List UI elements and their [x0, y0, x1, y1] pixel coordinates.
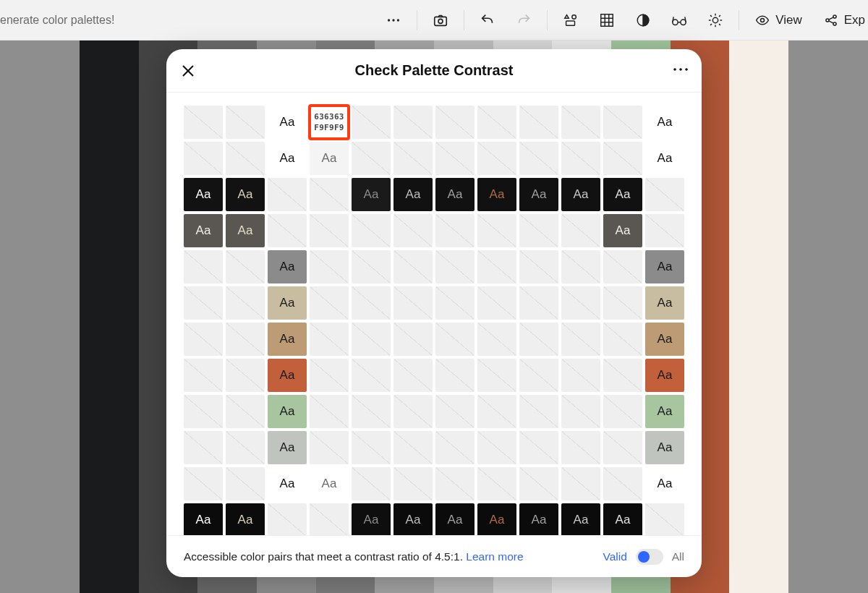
contrast-cell: [310, 250, 349, 283]
contrast-cell[interactable]: Aa: [645, 431, 684, 464]
contrast-cell[interactable]: Aa: [477, 178, 516, 211]
contrast-modal: Check Palette Contrast Aa636363F9F9F9AaA…: [166, 49, 702, 577]
contrast-cell: [435, 395, 475, 428]
contrast-cell[interactable]: Aa: [603, 503, 642, 535]
contrast-cell[interactable]: Aa: [561, 178, 600, 211]
contrast-cell: [561, 214, 600, 247]
contrast-cell[interactable]: Aa: [645, 286, 684, 320]
contrast-cell[interactable]: Aa: [477, 503, 516, 535]
contrast-cell[interactable]: Aa: [310, 142, 349, 175]
contrast-cell[interactable]: Aa: [268, 467, 307, 500]
contrast-cell[interactable]: Aa: [645, 250, 684, 283]
contrast-cell: [352, 467, 391, 500]
contrast-cell[interactable]: Aa: [645, 323, 684, 356]
svg-rect-7: [601, 14, 613, 26]
contrast-sample-text: Aa: [238, 187, 253, 202]
share-icon: [824, 13, 838, 27]
contrast-sample-text: Aa: [406, 187, 421, 202]
contrast-cell[interactable]: Aa: [645, 467, 684, 500]
contrast-cell[interactable]: Aa: [268, 106, 307, 139]
palette-stripe[interactable]: [729, 40, 788, 593]
all-filter-label[interactable]: All: [672, 550, 684, 563]
undo-icon[interactable]: [472, 4, 503, 36]
contrast-sample-text: Aa: [532, 513, 547, 527]
contrast-cell[interactable]: Aa: [226, 214, 265, 247]
contrast-cell[interactable]: Aa: [226, 503, 265, 535]
contrast-cell: [603, 431, 642, 464]
contrast-cell: [477, 323, 516, 356]
svg-point-17: [679, 68, 682, 71]
contrast-cell[interactable]: Aa: [268, 286, 307, 320]
svg-point-1: [393, 19, 395, 21]
contrast-cell[interactable]: Aa: [435, 178, 475, 211]
learn-more-link[interactable]: Learn more: [466, 550, 523, 563]
contrast-sample-text: Aa: [616, 513, 631, 527]
contrast-cell: [352, 323, 391, 356]
more-icon[interactable]: [378, 4, 409, 36]
contrast-cell[interactable]: Aa: [268, 142, 307, 175]
contrast-sample-text: Aa: [280, 296, 295, 310]
contrast-cell[interactable]: Aa: [184, 503, 223, 535]
contrast-cell[interactable]: Aa: [393, 178, 433, 211]
view-label: View: [775, 13, 802, 27]
camera-icon[interactable]: [425, 4, 456, 36]
contrast-cell: [561, 286, 600, 320]
contrast-cell[interactable]: Aa: [603, 178, 642, 211]
modal-footer: Accessible color pairs that meet a contr…: [166, 535, 702, 577]
contrast-cell: [310, 214, 349, 247]
svg-point-12: [761, 18, 765, 22]
contrast-cell[interactable]: Aa: [310, 467, 349, 500]
contrast-cell[interactable]: Aa: [268, 431, 307, 464]
contrast-cell[interactable]: Aa: [519, 178, 558, 211]
contrast-cell: [226, 431, 265, 464]
contrast-sample-text: Aa: [280, 368, 295, 383]
export-button[interactable]: Exp: [815, 4, 865, 36]
contrast-cell[interactable]: Aa: [352, 178, 391, 211]
contrast-cell: [310, 359, 349, 392]
modal-more-icon[interactable]: [673, 67, 689, 72]
contrast-cell[interactable]: Aa: [645, 142, 684, 175]
toolbar-divider: [547, 10, 548, 30]
contrast-cell[interactable]: Aa: [226, 178, 265, 211]
palette-stripe[interactable]: [80, 40, 139, 593]
contrast-cell[interactable]: Aa: [184, 214, 223, 247]
contrast-cell: [561, 250, 600, 283]
contrast-cell[interactable]: Aa: [268, 323, 307, 356]
close-icon[interactable]: [179, 62, 197, 80]
contrast-cell[interactable]: Aa: [393, 503, 433, 535]
svg-point-4: [438, 19, 443, 23]
svg-point-5: [572, 14, 576, 19]
contrast-cell: [561, 359, 600, 392]
contrast-cell[interactable]: Aa: [268, 250, 307, 283]
contrast-sample-text: Aa: [658, 332, 673, 346]
footer-controls: Valid All: [603, 549, 684, 565]
contrast-sample-text: Aa: [364, 187, 379, 202]
contrast-cell[interactable]: Aa: [352, 503, 391, 535]
contrast-cell[interactable]: Aa: [645, 106, 684, 139]
contrast-cell[interactable]: Aa: [603, 214, 642, 247]
shapes-icon[interactable]: [555, 4, 587, 36]
glasses-icon[interactable]: [663, 4, 695, 36]
contrast-cell[interactable]: Aa: [519, 503, 558, 535]
valid-all-toggle[interactable]: [636, 549, 663, 565]
contrast-cell: [184, 142, 223, 175]
contrast-icon[interactable]: [627, 4, 659, 36]
grid-icon[interactable]: [591, 4, 623, 36]
sun-icon[interactable]: [699, 4, 731, 36]
contrast-cell: [561, 106, 600, 139]
valid-filter-label[interactable]: Valid: [603, 550, 626, 563]
contrast-sample-text: Aa: [280, 115, 295, 129]
contrast-cell: [184, 286, 223, 320]
contrast-cell: [477, 250, 516, 283]
redo-icon[interactable]: [508, 4, 540, 36]
contrast-cell[interactable]: Aa: [184, 178, 223, 211]
contrast-cell[interactable]: Aa: [645, 359, 684, 392]
view-button[interactable]: View: [746, 4, 811, 36]
contrast-cell[interactable]: Aa: [561, 503, 600, 535]
contrast-cell[interactable]: Aa: [435, 503, 475, 535]
contrast-cell[interactable]: Aa: [268, 359, 307, 392]
contrast-cell[interactable]: Aa: [268, 395, 307, 428]
contrast-cell[interactable]: Aa: [645, 395, 684, 428]
contrast-cell[interactable]: 636363F9F9F9: [310, 106, 349, 139]
contrast-sample-text: Aa: [448, 513, 463, 527]
